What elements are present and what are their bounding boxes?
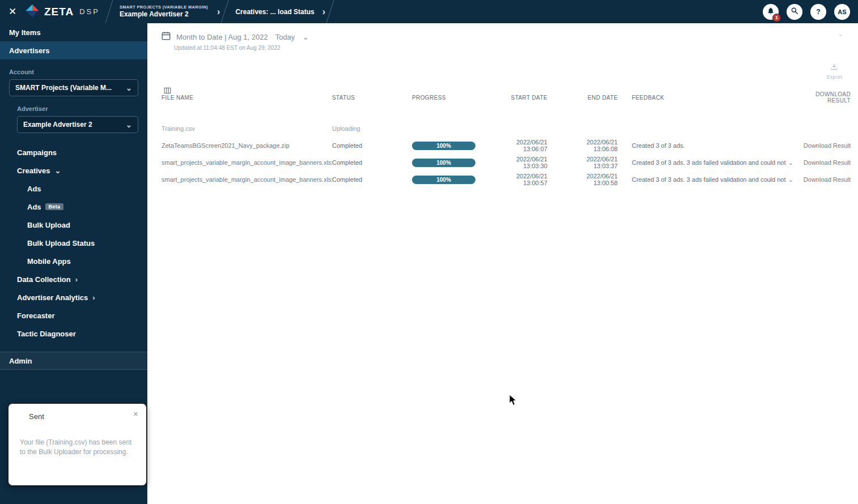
column-header-end-date: End Date <box>562 95 632 101</box>
search-icon <box>791 7 798 16</box>
download-result-link[interactable]: Download Result <box>793 159 851 166</box>
sidebar-item-label: Ads <box>27 185 41 193</box>
close-icon[interactable]: ✕ <box>133 411 138 418</box>
column-header-status: Status <box>332 95 412 101</box>
progress-value: 100% <box>436 177 451 183</box>
sidebar-section-label: Advertisers <box>9 46 50 55</box>
zeta-logo-icon <box>25 3 40 20</box>
upload-status-table: File Name Status Progress Start Date End… <box>147 90 858 188</box>
help-icon: ? <box>816 8 820 16</box>
table-row: ZetaTeamsBGScreen2021_Navy_package.zip C… <box>147 137 858 154</box>
sidebar-item-creatives[interactable]: Creatives ⌄ <box>0 161 147 180</box>
toast-message: Your file (Training.csv) has been sent t… <box>20 438 135 458</box>
table-row: smart_projects_variable_margin_account_i… <box>147 154 858 171</box>
progress-value: 100% <box>436 143 451 149</box>
beta-badge: Beta <box>45 203 64 210</box>
sidebar-section-advertisers[interactable]: Advertisers <box>0 41 147 59</box>
table-header-row: File Name Status Progress Start Date End… <box>147 90 858 105</box>
sent-toast: Sent ✕ Your file (Training.csv) has been… <box>8 403 147 486</box>
calendar-icon <box>161 31 171 43</box>
end-date-cell: 2022/06/21 13:06:08 <box>562 139 632 152</box>
sidebar-item-campaigns[interactable]: Campaigns <box>0 143 147 161</box>
advertiser-select[interactable]: Example Advertiser 2 ⌄ <box>17 116 138 133</box>
sidebar-item-advertiser-analytics[interactable]: Advertiser Analytics › <box>0 288 147 306</box>
breadcrumb-advertiser: Example Advertiser 2 <box>120 10 208 19</box>
column-header-feedback: Feedback <box>632 95 793 101</box>
feedback-cell: Created 3 of 3 ads. <box>632 142 685 149</box>
chevron-down-icon[interactable]: ⌄ <box>302 32 309 41</box>
sidebar-item-label: Bulk Upload Status <box>27 239 95 247</box>
column-header-file-name: File Name <box>162 95 332 101</box>
sidebar-item-mobile-apps[interactable]: Mobile Apps <box>0 252 147 270</box>
download-icon <box>827 63 842 73</box>
notifications-button[interactable]: 1 <box>763 4 779 20</box>
sidebar-item-tactic-diagnoser[interactable]: Tactic Diagnoser <box>0 324 147 343</box>
sidebar-item-label: Data Collection <box>17 275 71 284</box>
download-result-link[interactable]: Download Result <box>793 176 851 183</box>
chevron-right-icon[interactable]: › <box>319 7 329 16</box>
status-cell: Uploading <box>332 125 412 132</box>
table-row: Training.csv Uploading <box>147 120 858 137</box>
chevron-down-icon[interactable]: ⌄ <box>838 30 843 38</box>
column-header-progress: Progress <box>412 95 496 101</box>
sidebar-item-bulk-upload-status[interactable]: Bulk Upload Status <box>0 234 147 252</box>
sidebar-item-label: Creatives <box>17 166 50 175</box>
avatar-initials: AS <box>838 8 846 15</box>
start-date-cell: 2022/06/21 13:03:30 <box>496 156 562 169</box>
sidebar-item-bulk-upload[interactable]: Bulk Upload <box>0 216 147 234</box>
help-button[interactable]: ? <box>810 4 826 20</box>
sidebar-item-label: Mobile Apps <box>27 257 71 266</box>
brand[interactable]: ZETA DSP <box>25 3 108 20</box>
brand-suffix: DSP <box>79 7 100 16</box>
feedback-expand-icon[interactable]: ⌄ <box>788 159 793 166</box>
sidebar-item-ads[interactable]: Ads <box>0 180 147 198</box>
account-label: Account <box>0 69 147 75</box>
sidebar-item-ads-beta[interactable]: Ads Beta <box>0 198 147 216</box>
close-icon[interactable]: ✕ <box>0 6 25 18</box>
topbar-actions: 1 ? AS <box>763 4 858 20</box>
sidebar-section-admin[interactable]: Admin <box>0 352 147 370</box>
sidebar-item-label: Bulk Upload <box>27 221 70 229</box>
chevron-down-icon: ⌄ <box>126 84 132 92</box>
chevron-down-icon: ⌄ <box>55 166 61 175</box>
status-cell: Completed <box>332 142 412 149</box>
avatar[interactable]: AS <box>834 4 850 20</box>
export-button[interactable]: Export <box>827 63 842 80</box>
file-name-cell: smart_projects_variable_margin_account_i… <box>162 176 332 183</box>
feedback-cell: Created 3 of 3 ads. 3 ads failed validat… <box>632 159 786 166</box>
sidebar-item-label: Ads <box>27 203 41 211</box>
feedback-expand-icon[interactable]: ⌄ <box>788 176 793 183</box>
main-content: Month to Date | Aug 1, 2022 Today ⌄ Upda… <box>147 23 858 504</box>
download-result-link[interactable]: Download Result <box>793 142 851 149</box>
sidebar-nav: Campaigns Creatives ⌄ Ads Ads Beta Bulk … <box>0 143 147 343</box>
status-cell: Completed <box>332 176 412 183</box>
sidebar-item-data-collection[interactable]: Data Collection › <box>0 270 147 288</box>
sidebar-item-label: Tactic Diagnoser <box>17 330 76 338</box>
progress-value: 100% <box>436 160 451 166</box>
date-range-picker[interactable]: Month to Date | Aug 1, 2022 Today ⌄ <box>161 31 858 43</box>
advertiser-label: Advertiser <box>0 105 147 112</box>
account-select[interactable]: SMART Projects (Variable M... ⌄ <box>9 79 138 96</box>
top-bar: ✕ ZETA DSP SMART PROJECTS (VARIABLE MARG… <box>0 0 858 23</box>
date-today-label: Today <box>275 33 295 41</box>
date-range-value: Month to Date | Aug 1, 2022 <box>176 33 268 41</box>
sidebar-item-my-items[interactable]: My Items <box>0 23 147 41</box>
chevron-right-icon: › <box>92 293 95 302</box>
breadcrumb-account: SMART PROJECTS (VARIABLE MARGIN) <box>120 5 208 10</box>
account-select-value: SMART Projects (Variable M... <box>15 84 112 92</box>
brand-name: ZETA <box>44 6 74 18</box>
breadcrumb-page[interactable]: Creatives: ... load Status <box>226 8 318 16</box>
chevron-down-icon: ⌄ <box>126 121 132 129</box>
feedback-cell: Created 3 of 3 ads. 3 ads failed validat… <box>632 176 786 183</box>
progress-bar: 100% <box>412 176 475 184</box>
toast-title: Sent <box>29 412 146 421</box>
column-header-start-date: Start Date <box>496 95 562 101</box>
progress-bar: 100% <box>412 142 475 150</box>
table-row: smart_projects_variable_margin_account_i… <box>147 171 858 188</box>
end-date-cell: 2022/06/21 13:03:37 <box>562 156 632 169</box>
chevron-right-icon[interactable]: › <box>214 7 223 16</box>
breadcrumb-account-advertiser[interactable]: SMART PROJECTS (VARIABLE MARGIN) Example… <box>111 5 214 18</box>
file-name-cell: smart_projects_variable_margin_account_i… <box>162 159 332 166</box>
sidebar-item-forecaster[interactable]: Forecaster <box>0 306 147 324</box>
search-button[interactable] <box>787 4 802 20</box>
